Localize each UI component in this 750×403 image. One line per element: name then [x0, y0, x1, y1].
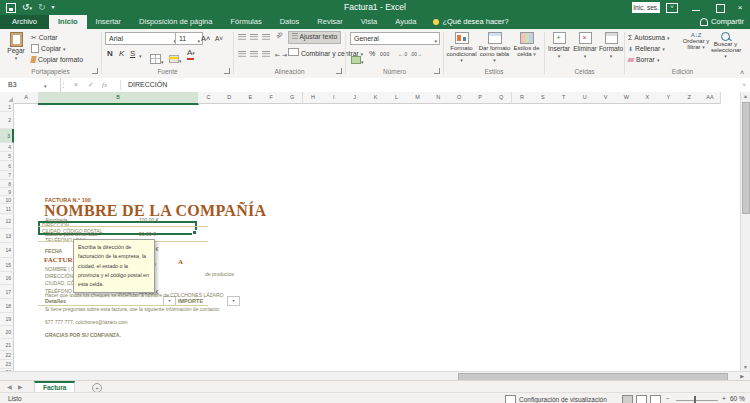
column-header-c[interactable]: C — [198, 92, 220, 104]
column-header-n[interactable]: N — [428, 92, 450, 104]
clear-button[interactable]: Borrar▾ — [628, 55, 659, 64]
insert-cells-button[interactable]: + Insertar▾ — [546, 32, 572, 59]
column-header-i[interactable]: I — [323, 92, 345, 104]
align-top-icon[interactable] — [238, 34, 246, 41]
align-center-icon[interactable] — [250, 51, 258, 58]
row-header-7[interactable]: 7 — [0, 171, 14, 180]
row-header-15[interactable]: 15 — [0, 258, 14, 272]
column-header-e[interactable]: E — [240, 92, 262, 104]
page-layout-view-button[interactable] — [636, 395, 647, 403]
item-name[interactable]: Almohada — [45, 217, 68, 223]
importe-filter-button[interactable]: ▾ — [227, 296, 240, 306]
column-header-v[interactable]: V — [595, 92, 617, 104]
cancel-formula-icon[interactable]: × — [74, 78, 78, 92]
row-header-2[interactable]: 2 — [0, 112, 14, 129]
page-break-view-button[interactable] — [650, 395, 661, 403]
column-header-m[interactable]: M — [407, 92, 429, 104]
conditional-formatting-button[interactable]: Formato condicional ▾ — [445, 32, 478, 63]
zoom-slider-track[interactable] — [676, 400, 718, 401]
column-header-b[interactable]: B — [38, 92, 199, 105]
minimize-button[interactable] — [692, 10, 700, 11]
expand-formula-bar-icon[interactable]: ˅ — [742, 78, 746, 92]
copy-button[interactable]: Copiar▾ — [31, 44, 66, 53]
normal-view-button[interactable] — [622, 395, 633, 403]
fill-color-button[interactable]: ▾ — [169, 49, 182, 67]
font-size-select[interactable]: 11▾ — [175, 32, 203, 45]
format-cells-button[interactable]: Formato▾ — [598, 32, 624, 59]
format-painter-button[interactable]: Copiar formato — [31, 55, 83, 64]
row-header-6[interactable]: 6 — [0, 161, 14, 171]
row-header-23[interactable]: 23 — [0, 360, 14, 369]
row-header-3[interactable]: 3 — [0, 129, 14, 143]
table-header-importe[interactable]: IMPORTE — [178, 298, 203, 304]
column-header-z[interactable]: Z — [679, 92, 701, 104]
insert-function-icon[interactable]: fx — [102, 78, 107, 92]
underline-button[interactable]: S — [130, 49, 135, 58]
restore-button[interactable] — [716, 4, 725, 13]
tab-vista[interactable]: Vista — [352, 15, 387, 29]
column-header-h[interactable]: H — [303, 92, 325, 104]
tab-f-rmulas[interactable]: Fórmulas — [221, 15, 270, 29]
decrease-indent-icon[interactable]: ⇤ — [275, 51, 280, 58]
zoom-slider-thumb[interactable] — [694, 396, 696, 403]
row-header-20[interactable]: 20 — [0, 326, 14, 339]
column-header-g[interactable]: G — [282, 92, 304, 104]
vertical-scroll-thumb[interactable] — [742, 102, 750, 214]
zoom-in-icon[interactable]: + — [722, 395, 726, 402]
shrink-font-icon[interactable]: A˅ — [215, 34, 223, 43]
column-header-s[interactable]: S — [532, 92, 554, 104]
name-box-caret[interactable]: ▾ — [44, 83, 47, 89]
sheet-grid[interactable]: ABCDEFGHIJKLMNOPQRSTUVWXYZAA 12345678910… — [0, 92, 750, 371]
column-header-aa[interactable]: AA — [700, 92, 722, 104]
cut-button[interactable]: ✂Cortar — [31, 33, 58, 42]
font-dialog-launcher[interactable] — [224, 68, 230, 74]
italic-button[interactable]: K — [119, 49, 124, 58]
tab-datos[interactable]: Datos — [271, 15, 309, 29]
row-header-5[interactable]: 5 — [0, 152, 14, 161]
decrease-decimal-icon[interactable]: .00→ — [410, 51, 422, 57]
clipboard-dialog-launcher[interactable] — [92, 68, 98, 74]
sort-filter-button[interactable]: A↓Z Ordenar y filtrar ▾ — [681, 32, 711, 50]
align-middle-icon[interactable] — [250, 34, 258, 41]
comma-style-icon[interactable]: 000 — [380, 51, 390, 57]
row-header-22[interactable]: 22 — [0, 351, 14, 360]
column-header-x[interactable]: X — [637, 92, 659, 104]
borders-button[interactable]: ▾ — [150, 50, 164, 68]
column-header-d[interactable]: D — [219, 92, 241, 104]
column-header-a[interactable]: A — [14, 92, 39, 104]
formula-value[interactable]: DIRECCIÓN — [128, 78, 167, 92]
grow-font-icon[interactable]: A˄ — [201, 34, 210, 43]
row-header-14[interactable]: 14 — [0, 243, 14, 258]
column-header-q[interactable]: Q — [491, 92, 513, 104]
row-header-10[interactable]: 10 — [0, 196, 14, 204]
tab-ayuda[interactable]: Ayuda — [386, 15, 425, 29]
number-format-select[interactable]: General▾ — [350, 32, 440, 45]
item-amount[interactable]: 100,00 € — [139, 217, 158, 223]
zoom-out-icon[interactable]: − — [666, 395, 670, 402]
percent-icon[interactable]: % — [369, 50, 375, 57]
column-header-f[interactable]: F — [261, 92, 283, 104]
row-header-18[interactable]: 18 — [0, 299, 14, 313]
font-color-button[interactable]: A▾ — [187, 48, 195, 57]
align-bottom-icon[interactable] — [262, 34, 270, 41]
row-header-1[interactable]: 1 — [0, 103, 14, 112]
font-family-select[interactable]: Arial▾ — [105, 32, 179, 45]
item-amount[interactable]: 50,00 € — [139, 231, 156, 237]
format-as-table-button[interactable]: Dar formato como tabla ▾ — [478, 32, 511, 63]
tab-insertar[interactable]: Insertar — [87, 15, 130, 29]
scroll-down-icon[interactable]: ▼ — [741, 364, 750, 370]
display-settings-button[interactable]: Configuración de visualización — [505, 395, 607, 403]
find-select-button[interactable]: Buscar y seleccionar ▾ — [711, 32, 740, 59]
increase-indent-icon[interactable]: ⇥ — [282, 51, 287, 58]
delete-cells-button[interactable]: × Eliminar▾ — [572, 32, 598, 59]
row-header-12[interactable]: 12 — [0, 214, 14, 229]
column-header-w[interactable]: W — [616, 92, 638, 104]
number-dialog-launcher[interactable] — [434, 68, 440, 74]
row-header-21[interactable]: 21 — [0, 339, 14, 351]
row-header-4[interactable]: 4 — [0, 143, 14, 152]
row-header-16[interactable]: 16 — [0, 272, 14, 285]
column-header-y[interactable]: Y — [658, 92, 680, 104]
signin-button[interactable]: Inic. ses. — [632, 2, 660, 13]
scroll-right-icon[interactable]: ▶ — [740, 373, 744, 379]
cell-styles-button[interactable]: Estilos de celda ▾ — [511, 32, 542, 57]
